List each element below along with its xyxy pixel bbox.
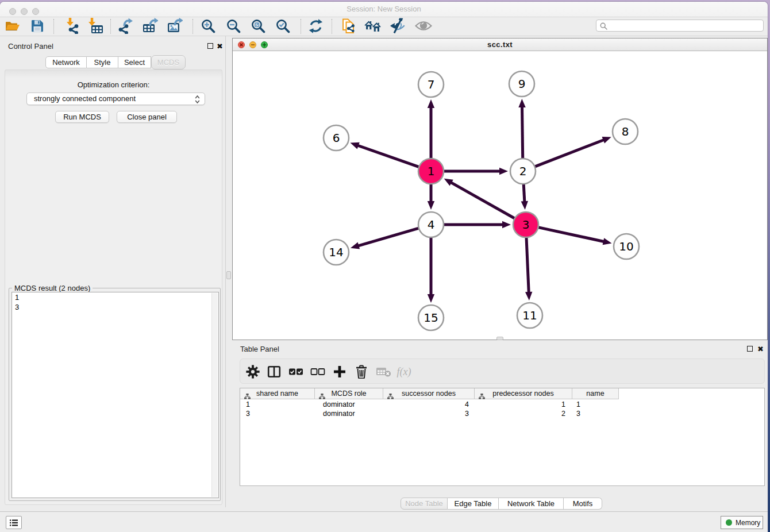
control-tab-network[interactable]: Network [45,56,87,68]
network-canvas[interactable]: 1234678910111415 [233,51,767,339]
graph-edge-3-10[interactable] [538,228,603,242]
export-table-icon[interactable] [141,17,159,34]
save-session-icon[interactable] [29,17,46,34]
control-tab-style[interactable]: Style [87,56,118,68]
network-view-window[interactable]: scc.txt 1234678910111415 [232,38,768,340]
search-input[interactable] [596,20,764,32]
graph-node-label-9: 9 [518,77,526,91]
run-mcds-button[interactable]: Run MCDS [55,111,109,123]
column-header-name[interactable]: name [572,388,619,399]
column-visibility-icon[interactable] [265,363,283,380]
task-history-button[interactable] [6,516,22,529]
table-panel-close-icon[interactable]: ✖ [757,345,764,353]
table-cell: 3 [240,409,315,418]
graph-edge-arrowhead [351,142,360,149]
mcds-result-list[interactable]: 13 [11,292,219,498]
control-tab-select[interactable]: Select [118,56,151,68]
table-row[interactable]: 1dominator411 [240,400,764,409]
table-tab-edge-table[interactable]: Edge Table [448,498,499,510]
mcds-result-scrollbar[interactable] [211,293,218,497]
column-header-successor-nodes[interactable]: successor nodes [383,388,475,399]
function-builder-button: f(x) [395,363,413,380]
export-image-icon[interactable] [166,17,183,34]
mcds-panel: Optimization criterion: strongly connect… [5,70,222,505]
graph-node-label-15: 15 [424,311,438,325]
graph-edge-3-11[interactable] [526,237,529,292]
control-panel-title: Control Panel [8,42,53,51]
control-panel-float-icon[interactable] [207,43,213,49]
delete-column-icon[interactable] [353,363,370,380]
graph-node-label-14: 14 [329,245,343,259]
vertical-splitter-grip[interactable] [226,271,231,279]
graph-edge-arrowhead [602,137,611,144]
node-table[interactable]: shared nameMCDS rolesuccessor nodesprede… [240,388,765,486]
graph-edge-arrowhead [525,292,532,300]
graph-edge-arrowhead [521,201,528,210]
main-toolbar [0,17,768,36]
graph-edge-4-14[interactable] [358,228,418,246]
desktop: { "window": { "title": "Session: New Ses… [0,0,770,532]
column-header-predecessor-nodes[interactable]: predecessor nodes [475,388,572,399]
zoom-out-icon[interactable] [225,17,242,34]
graph-node-label-4: 4 [428,218,435,232]
table-cell: 2 [475,409,572,418]
table-panel-float-icon[interactable] [747,346,753,352]
apply-layout-icon[interactable] [307,17,324,34]
graph-edge-arrowhead [428,99,434,108]
table-row[interactable]: 3dominator323 [240,409,764,418]
table-settings-icon[interactable] [244,363,261,380]
column-header-label: predecessor nodes [475,388,572,399]
mcds-result-title: MCDS result (2 nodes) [12,284,93,292]
control-panel-close-icon[interactable]: ✖ [217,43,223,50]
column-header-shared-name[interactable]: shared name [240,388,315,399]
mcds-result-group: MCDS result (2 nodes) 13 [9,288,221,501]
memory-status-dot [726,519,732,526]
network-window-titlebar[interactable]: scc.txt [233,38,767,51]
table-tab-node-table[interactable]: Node Table [401,498,448,510]
graph-edge-2-8[interactable] [535,140,604,167]
control-tab-mcds[interactable]: MCDS [151,55,186,70]
application-window: Session: New Session Control Panel ✖ Net… [0,2,768,532]
graph-edge-arrowhead [502,221,511,228]
graph-edge-arrowhead [499,168,508,175]
toolbar-separator [332,19,332,34]
mcds-result-item[interactable]: 3 [12,302,218,312]
close-panel-button[interactable]: Close panel [117,111,177,123]
zoom-fit-icon[interactable] [249,17,267,34]
mcds-result-item[interactable]: 1 [12,292,218,302]
app-titlebar[interactable]: Session: New Session [0,2,768,17]
show-eye-icon[interactable] [415,17,432,34]
graph-edge-2-3[interactable] [523,184,525,202]
graph-node-label-6: 6 [333,131,340,145]
import-network-icon[interactable] [64,17,82,34]
app-title: Session: New Session [0,2,768,17]
graph-edge-1-6[interactable] [358,145,419,167]
graph-edge-arrowhead [428,201,434,210]
column-header-MCDS-role[interactable]: MCDS role [315,388,383,399]
table-tab-network-table[interactable]: Network Table [499,498,564,510]
graph-edge-3-1[interactable] [451,183,515,219]
graph-edge-2-9[interactable] [522,107,523,159]
export-network-icon[interactable] [117,17,134,34]
import-table-icon[interactable] [87,17,104,34]
graph-node-label-1: 1 [428,164,435,178]
node-table-header: shared nameMCDS rolesuccessor nodesprede… [240,388,619,399]
deselect-all-icon[interactable] [309,363,326,380]
toolbar-separator [301,19,301,34]
optimization-criterion-select[interactable]: strongly connected component [26,92,205,105]
first-neighbors-icon[interactable] [340,17,357,34]
column-header-label: MCDS role [315,388,383,399]
graph-edge-arrowhead [351,242,360,249]
select-all-icon[interactable] [287,363,305,380]
zoom-in-icon[interactable] [199,17,217,34]
add-column-icon[interactable] [331,363,348,380]
memory-button[interactable]: Memory [721,516,763,529]
table-cell: 3 [383,409,475,418]
table-tab-motifs[interactable]: Motifs [564,498,602,510]
search-icon [600,22,607,32]
open-session-icon[interactable] [4,17,21,34]
hide-selected-icon[interactable] [389,17,406,34]
show-all-icon[interactable] [364,17,382,34]
zoom-selected-icon[interactable] [274,17,291,34]
table-toolbar: f(x) [240,358,765,384]
